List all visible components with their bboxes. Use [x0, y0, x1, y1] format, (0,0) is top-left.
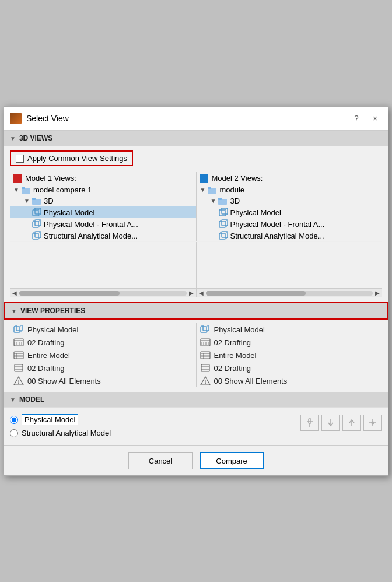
- left-scrollbar-thumb[interactable]: [19, 291, 120, 296]
- prop5-label: 00 Show All Elements: [27, 377, 101, 385]
- view-properties-header-label: VIEW PROPERTIES: [20, 307, 85, 315]
- model2-root-chevron: ▼: [200, 187, 206, 193]
- prop4-row: 02 Drafting: [12, 362, 194, 374]
- prop1-label: Physical Model: [27, 325, 78, 334]
- up-arrow-button[interactable]: [342, 415, 361, 431]
- prop1r-row: Physical Model: [199, 323, 380, 336]
- view-properties-content: Physical Model 02 Drafting: [4, 320, 388, 392]
- model1-title: Model 1 Views:: [25, 174, 76, 183]
- svg-rect-3: [32, 198, 36, 200]
- svg-rect-9: [33, 222, 38, 227]
- svg-rect-20: [208, 187, 211, 189]
- svg-point-57: [18, 383, 19, 384]
- prop2r-icon: [200, 338, 211, 347]
- model2-title: Model 2 Views:: [212, 174, 263, 183]
- model2-frontal-label: Physical Model - Frontal A...: [230, 220, 325, 229]
- select-view-dialog: Select View ? × ▼ 3D VIEWS Apply Common …: [4, 106, 388, 476]
- model-section-header: ▼ MODEL: [4, 392, 388, 407]
- right-scroll-right[interactable]: ▶: [375, 290, 380, 296]
- m2-3d-view-icon: [219, 208, 228, 217]
- model1-3d-folder[interactable]: ▼ 3D: [10, 195, 196, 206]
- dialog-title: Select View: [26, 114, 345, 123]
- scrollbars-row: ◀ ▶ ◀ ▶: [10, 288, 382, 297]
- views-collapse-arrow[interactable]: ▼: [10, 135, 16, 142]
- model2-3d-folder[interactable]: ▼ 3D: [197, 195, 383, 206]
- model1-frontal[interactable]: Physical Model - Frontal A...: [10, 218, 196, 230]
- model2-root-label: module: [219, 185, 244, 194]
- svg-point-77: [205, 383, 206, 384]
- prop5-row: 00 Show All Elements: [12, 374, 194, 387]
- prop4-label: 02 Drafting: [27, 364, 65, 373]
- model2-3d-label: 3D: [230, 197, 240, 205]
- prop2r-label: 02 Drafting: [214, 338, 251, 347]
- pin-button[interactable]: [300, 415, 319, 431]
- model2-structural[interactable]: Structural Analytical Mode...: [197, 230, 383, 241]
- right-scrollbar-thumb[interactable]: [206, 291, 306, 296]
- prop1r-icon: [200, 325, 211, 334]
- physical-model-option: Physical Model: [22, 414, 78, 425]
- model-options: Physical Model Structural Analytical Mod…: [10, 412, 111, 439]
- props-col1: Physical Model 02 Drafting: [10, 323, 196, 387]
- model1-physical-label: Physical Model: [44, 208, 94, 217]
- physical-model-radio[interactable]: [10, 416, 18, 424]
- prop4r-label: 02 Drafting: [214, 364, 251, 373]
- model1-physical-model[interactable]: Physical Model: [10, 206, 196, 218]
- folder-icon: [22, 186, 31, 194]
- model-toolbar-buttons: [300, 412, 382, 431]
- prop3r-row: Entire Model: [199, 349, 380, 362]
- structural-model-radio[interactable]: [10, 429, 18, 437]
- apply-settings-checkbox[interactable]: [16, 155, 24, 163]
- left-scroll-left[interactable]: ◀: [12, 290, 17, 296]
- view-properties-section-header: ▼ VIEW PROPERTIES: [4, 302, 388, 320]
- pin2-button[interactable]: [363, 415, 382, 431]
- model1-3d-label: 3D: [44, 197, 54, 205]
- svg-rect-4: [33, 210, 38, 216]
- prop3r-icon: [200, 350, 211, 360]
- props-collapse-arrow[interactable]: ▼: [11, 308, 17, 314]
- compare-button[interactable]: Compare: [200, 452, 264, 469]
- prop1r-label: Physical Model: [214, 325, 265, 334]
- cancel-button[interactable]: Cancel: [128, 452, 192, 469]
- model1-column: Model 1 Views: ▼ model compare 1 ▼: [10, 172, 197, 241]
- prop2-icon: [13, 338, 24, 347]
- left-scroll-right[interactable]: ▶: [189, 290, 194, 296]
- model1-structural[interactable]: Structural Analytical Mode...: [10, 230, 196, 241]
- bottom-buttons: Cancel Compare: [4, 446, 388, 475]
- model-collapse-arrow[interactable]: ▼: [10, 397, 16, 403]
- model2-structural-label: Structural Analytical Mode...: [230, 232, 324, 240]
- prop4r-icon: [200, 363, 211, 373]
- prop2-label: 02 Drafting: [27, 338, 65, 347]
- prop1-row: Physical Model: [12, 323, 194, 336]
- model1-root[interactable]: ▼ model compare 1: [10, 184, 196, 195]
- svg-rect-52: [15, 364, 23, 371]
- down-arrow-button[interactable]: [321, 415, 340, 431]
- prop3-label: Entire Model: [27, 351, 70, 360]
- help-button[interactable]: ?: [349, 111, 363, 125]
- folder-icon-m2: [208, 186, 217, 194]
- svg-rect-22: [218, 198, 222, 200]
- model2-root[interactable]: ▼ module: [197, 184, 383, 195]
- close-button[interactable]: ×: [368, 111, 382, 125]
- 3d-view-icon-tree: [32, 208, 41, 217]
- m2-frontal-icon: [219, 219, 228, 229]
- 3d-view-icon-frontal: [32, 219, 41, 229]
- prop4r-row: 02 Drafting: [199, 362, 380, 374]
- 3d-view-icon-structural: [32, 231, 41, 240]
- views-header-label: 3D VIEWS: [19, 134, 52, 142]
- svg-rect-58: [201, 327, 206, 332]
- svg-rect-28: [219, 222, 225, 227]
- m2-structural-icon: [219, 231, 228, 240]
- model2-physical-model[interactable]: Physical Model: [197, 206, 383, 218]
- title-bar: Select View ? ×: [4, 107, 388, 131]
- prop1-icon: [13, 325, 24, 334]
- model-section-content: Physical Model Structural Analytical Mod…: [4, 407, 388, 445]
- prop3-row: Entire Model: [12, 349, 194, 362]
- prop4-icon: [13, 363, 24, 373]
- props-col2: Physical Model 02 Drafting: [196, 323, 383, 387]
- props-two-col: Physical Model 02 Drafting: [10, 323, 382, 387]
- right-scroll-left[interactable]: ◀: [199, 290, 204, 296]
- model2-frontal[interactable]: Physical Model - Frontal A...: [197, 218, 383, 230]
- model2-column: Model 2 Views: ▼ module ▼: [197, 172, 383, 241]
- m2-3d-chevron: ▼: [211, 198, 216, 204]
- model1-color-bar: [13, 174, 22, 183]
